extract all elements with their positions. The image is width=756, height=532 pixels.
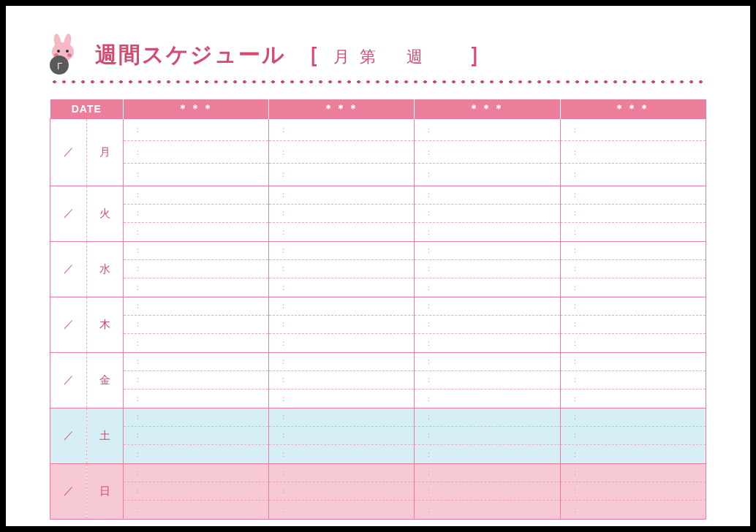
time-slot[interactable]: ： — [561, 164, 706, 186]
time-slot[interactable]: ： — [415, 186, 559, 205]
time-slot[interactable]: ： — [415, 164, 559, 186]
time-slot[interactable]: ： — [415, 390, 559, 407]
time-slot[interactable]: ： — [124, 119, 268, 142]
time-slot[interactable]: ： — [124, 501, 268, 518]
time-slot[interactable]: ： — [269, 223, 414, 240]
time-slot[interactable]: ： — [124, 223, 268, 240]
schedule-cell[interactable]: ：：： — [415, 408, 560, 463]
schedule-cell[interactable]: ：：： — [415, 297, 560, 352]
time-slot[interactable]: ： — [269, 408, 414, 427]
time-slot[interactable]: ： — [415, 445, 559, 463]
time-slot[interactable]: ： — [561, 205, 706, 223]
time-slot[interactable]: ： — [269, 205, 414, 223]
schedule-cell[interactable]: ：：： — [124, 352, 269, 408]
time-slot[interactable]: ： — [415, 205, 559, 223]
time-slot[interactable]: ： — [269, 164, 414, 186]
time-slot[interactable]: ： — [124, 371, 268, 390]
time-slot[interactable]: ： — [124, 278, 268, 296]
schedule-cell[interactable]: ：：： — [560, 241, 706, 297]
time-slot[interactable]: ： — [561, 260, 706, 278]
date-slash-cell[interactable]: ／ — [50, 463, 87, 519]
time-slot[interactable]: ： — [561, 501, 706, 518]
time-slot[interactable]: ： — [561, 334, 706, 352]
time-slot[interactable]: ： — [415, 464, 559, 482]
schedule-cell[interactable]: ：：： — [269, 352, 415, 408]
time-slot[interactable]: ： — [269, 390, 414, 407]
time-slot[interactable]: ： — [269, 186, 414, 205]
time-slot[interactable]: ： — [415, 408, 559, 427]
time-slot[interactable]: ： — [561, 482, 706, 501]
time-slot[interactable]: ： — [124, 205, 268, 223]
time-slot[interactable]: ： — [124, 427, 268, 445]
time-slot[interactable]: ： — [269, 278, 414, 296]
time-slot[interactable]: ： — [124, 334, 268, 352]
time-slot[interactable]: ： — [269, 141, 414, 164]
time-slot[interactable]: ： — [269, 297, 414, 316]
time-slot[interactable]: ： — [415, 141, 559, 164]
time-slot[interactable]: ： — [124, 464, 268, 482]
time-slot[interactable]: ： — [124, 186, 268, 205]
time-slot[interactable]: ： — [561, 223, 706, 240]
time-slot[interactable]: ： — [415, 334, 559, 352]
schedule-cell[interactable]: ：：： — [269, 241, 415, 297]
time-slot[interactable]: ： — [415, 260, 559, 278]
time-slot[interactable]: ： — [269, 482, 414, 501]
schedule-cell[interactable]: ：：： — [415, 118, 560, 186]
time-slot[interactable]: ： — [269, 260, 414, 278]
time-slot[interactable]: ： — [561, 186, 706, 205]
schedule-cell[interactable]: ：：： — [415, 352, 560, 408]
schedule-cell[interactable]: ：：： — [124, 463, 269, 519]
time-slot[interactable]: ： — [561, 278, 706, 296]
time-slot[interactable]: ： — [124, 482, 268, 501]
time-slot[interactable]: ： — [415, 427, 559, 445]
time-slot[interactable]: ： — [561, 119, 706, 142]
schedule-cell[interactable]: ：：： — [560, 408, 706, 463]
time-slot[interactable]: ： — [269, 501, 414, 518]
schedule-cell[interactable]: ：：： — [124, 408, 269, 463]
time-slot[interactable]: ： — [124, 297, 268, 316]
time-slot[interactable]: ： — [415, 482, 559, 501]
time-slot[interactable]: ： — [124, 260, 268, 278]
schedule-cell[interactable]: ：：： — [560, 463, 706, 519]
time-slot[interactable]: ： — [561, 390, 706, 407]
time-slot[interactable]: ： — [124, 141, 268, 164]
schedule-cell[interactable]: ：：： — [124, 186, 269, 241]
time-slot[interactable]: ： — [269, 445, 414, 463]
schedule-cell[interactable]: ：：： — [124, 241, 269, 297]
time-slot[interactable]: ： — [415, 278, 559, 296]
time-slot[interactable]: ： — [124, 242, 268, 260]
time-slot[interactable]: ： — [415, 119, 559, 142]
schedule-cell[interactable]: ：：： — [415, 186, 560, 241]
schedule-cell[interactable]: ：：： — [415, 241, 560, 297]
time-slot[interactable]: ： — [269, 353, 414, 371]
time-slot[interactable]: ： — [124, 408, 268, 427]
time-slot[interactable]: ： — [561, 427, 706, 445]
date-slash-cell[interactable]: ／ — [50, 118, 87, 186]
schedule-cell[interactable]: ：：： — [124, 297, 269, 352]
schedule-cell[interactable]: ：：： — [560, 352, 706, 408]
schedule-cell[interactable]: ：：： — [415, 463, 560, 519]
time-slot[interactable]: ： — [561, 316, 706, 334]
time-slot[interactable]: ： — [124, 445, 268, 463]
schedule-cell[interactable]: ：：： — [269, 186, 415, 241]
schedule-cell[interactable]: ：：： — [124, 118, 269, 186]
time-slot[interactable]: ： — [561, 408, 706, 427]
schedule-cell[interactable]: ：：： — [560, 297, 706, 352]
time-slot[interactable]: ： — [561, 141, 706, 164]
schedule-cell[interactable]: ：：： — [269, 118, 415, 186]
time-slot[interactable]: ： — [269, 242, 414, 260]
time-slot[interactable]: ： — [124, 390, 268, 407]
time-slot[interactable]: ： — [415, 316, 559, 334]
time-slot[interactable]: ： — [561, 353, 706, 371]
time-slot[interactable]: ： — [124, 316, 268, 334]
time-slot[interactable]: ： — [415, 223, 559, 240]
time-slot[interactable]: ： — [269, 427, 414, 445]
time-slot[interactable]: ： — [561, 242, 706, 260]
time-slot[interactable]: ： — [415, 297, 559, 316]
time-slot[interactable]: ： — [415, 353, 559, 371]
time-slot[interactable]: ： — [561, 297, 706, 316]
schedule-cell[interactable]: ：：： — [269, 297, 415, 352]
time-slot[interactable]: ： — [269, 464, 414, 482]
schedule-cell[interactable]: ：：： — [269, 408, 415, 463]
time-slot[interactable]: ： — [124, 353, 268, 371]
